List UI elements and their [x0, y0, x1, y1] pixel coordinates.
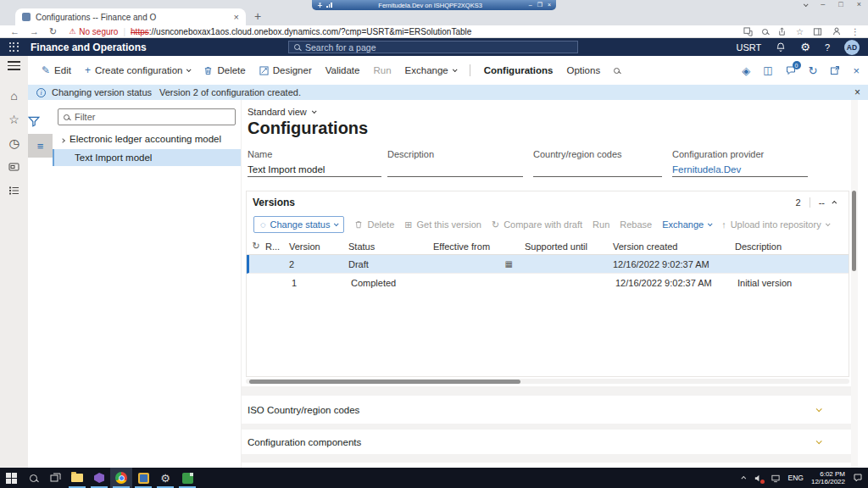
translate-icon[interactable] [743, 27, 753, 36]
favorites-star-icon[interactable]: ☆ [0, 108, 28, 131]
tab-close-icon[interactable]: × [234, 12, 239, 22]
table-row[interactable]: 2 Draft ▦ 12/16/2022 9:02:37 AM [247, 255, 849, 274]
col-header-version[interactable]: Version [289, 241, 348, 252]
name-input[interactable] [248, 164, 381, 177]
avatar[interactable]: AD [844, 40, 860, 55]
taskbar-search-button[interactable] [22, 468, 44, 488]
tree-filter[interactable] [58, 108, 236, 125]
horizontal-scrollbar[interactable] [246, 379, 849, 384]
col-header-status[interactable]: Status [348, 241, 433, 252]
book-pane-icon[interactable]: ◫ [763, 64, 772, 76]
rdp-restore-button[interactable]: ❒ [537, 2, 542, 8]
description-input[interactable] [387, 164, 523, 177]
tree-item-electronic-ledger[interactable]: Electronic ledger accounting model [53, 130, 241, 147]
bookmark-star-icon[interactable]: ☆ [796, 27, 804, 36]
col-header-created[interactable]: Version created [613, 241, 735, 252]
provider-link[interactable] [672, 164, 808, 177]
diamond-grid-icon[interactable]: ◈ [742, 64, 750, 77]
green-app-button[interactable] [176, 468, 198, 488]
back-icon[interactable]: ← [10, 26, 19, 36]
side-panel-icon[interactable] [813, 27, 822, 36]
grid-refresh-icon[interactable]: ↻ [247, 241, 265, 252]
action-center-icon[interactable] [853, 473, 863, 483]
chrome-button[interactable] [110, 468, 132, 488]
create-configuration-button[interactable]: +Create configuration [85, 64, 191, 76]
collapse-chevron-icon[interactable] [832, 201, 837, 206]
hidden-icons-chevron[interactable] [741, 476, 746, 481]
designer-button[interactable]: Designer [259, 65, 312, 75]
reload-icon[interactable]: ↻ [49, 26, 57, 37]
change-status-button[interactable]: ◌Change status [253, 216, 344, 233]
modules-icon[interactable] [0, 179, 28, 202]
waffle-icon[interactable] [9, 42, 19, 52]
col-header-description[interactable]: Description [735, 241, 849, 252]
network-icon[interactable] [771, 474, 781, 483]
edit-button[interactable]: ✎Edit [42, 64, 71, 76]
rdp-close-button[interactable]: × [548, 2, 551, 8]
home-icon[interactable]: ⌂ [0, 84, 28, 108]
rdp-pin-icon[interactable] [317, 3, 323, 8]
browser-maximize-button[interactable]: □ [838, 0, 843, 9]
app-title[interactable]: Finance and Operations [31, 42, 147, 53]
view-selector[interactable]: Standard view [248, 107, 315, 117]
versions-title[interactable]: Versions [253, 197, 295, 208]
settings-gear-icon[interactable]: ⚙ [800, 41, 810, 53]
start-button[interactable] [0, 468, 22, 488]
profile-icon[interactable] [832, 26, 842, 36]
horizontal-scrollbar-thumb[interactable] [249, 380, 520, 384]
expand-chevron-icon[interactable] [61, 134, 64, 144]
new-tab-button[interactable]: + [254, 9, 261, 23]
popout-icon[interactable] [830, 65, 840, 75]
configurations-tab[interactable]: Configurations [484, 65, 554, 75]
rdp-connection-bar[interactable]: Fernitudela.Dev on ISHQPF2XQKS3 – ❒ × [312, 0, 556, 10]
task-view-button[interactable] [44, 468, 66, 488]
browser-close-button[interactable]: × [857, 0, 861, 9]
exchange-menu[interactable]: Exchange [405, 65, 456, 75]
vertical-scrollbar-thumb[interactable] [852, 191, 856, 271]
messages-icon[interactable]: 0 [786, 65, 796, 75]
validate-button[interactable]: Validate [326, 65, 360, 75]
volume-icon[interactable] [754, 474, 763, 483]
rdp-minimize-button[interactable]: – [529, 2, 532, 8]
col-header-supported[interactable]: Supported until [525, 241, 613, 252]
hamburger-menu-icon[interactable] [8, 61, 20, 70]
vertical-scrollbar[interactable] [851, 100, 858, 468]
close-page-icon[interactable]: × [853, 64, 860, 77]
refresh-icon[interactable]: ↻ [809, 64, 818, 77]
country-codes-input[interactable] [533, 164, 662, 177]
bell-icon[interactable] [776, 42, 786, 53]
forward-icon[interactable]: → [30, 26, 39, 36]
company-picker[interactable]: USRT [736, 42, 761, 53]
browser-more-icon[interactable]: ⋮ [851, 27, 860, 36]
browser-menu-chevron-icon[interactable] [804, 0, 807, 9]
zoom-icon[interactable] [762, 29, 768, 35]
versions-more-button[interactable]: -- [819, 197, 825, 208]
col-header-effective[interactable]: Effective from [433, 241, 525, 252]
visual-studio-button[interactable] [88, 468, 110, 488]
search-input[interactable] [305, 42, 542, 53]
filter-input[interactable] [75, 112, 210, 122]
language-indicator[interactable]: ENG [788, 474, 804, 482]
notification-close-icon[interactable]: × [854, 86, 860, 98]
workspaces-icon[interactable] [0, 155, 28, 179]
security-label[interactable]: No seguro [79, 27, 118, 36]
calendar-icon[interactable]: ▦ [505, 259, 513, 269]
expand-chevron-icon[interactable] [816, 438, 822, 444]
browser-tab[interactable]: Configurations -- Finance and O × [15, 8, 246, 25]
help-icon[interactable]: ? [825, 42, 830, 53]
browser-minimize-button[interactable]: – [821, 0, 825, 9]
share-icon[interactable] [777, 27, 787, 36]
configuration-components-section[interactable]: Configuration components [242, 430, 849, 454]
commandbar-search-icon[interactable] [614, 68, 620, 74]
show-list-icon[interactable]: ≡ [28, 134, 53, 158]
options-tab[interactable]: Options [567, 65, 601, 75]
file-explorer-button[interactable] [66, 468, 88, 488]
col-header-r[interactable]: R... [265, 241, 289, 252]
url-text[interactable]: https://usnconeboxax1aos.cloud.onebox.dy… [131, 27, 471, 36]
version-exchange-menu[interactable]: Exchange [662, 219, 711, 230]
table-row[interactable]: 1 Completed 12/16/2022 9:02:37 AM Initia… [247, 274, 849, 292]
settings-button[interactable]: ⚙ [154, 468, 176, 488]
recent-clock-icon[interactable]: ◷ [0, 131, 28, 155]
iso-country-codes-section[interactable]: ISO Country/region codes [242, 396, 849, 424]
global-search[interactable] [288, 41, 578, 53]
